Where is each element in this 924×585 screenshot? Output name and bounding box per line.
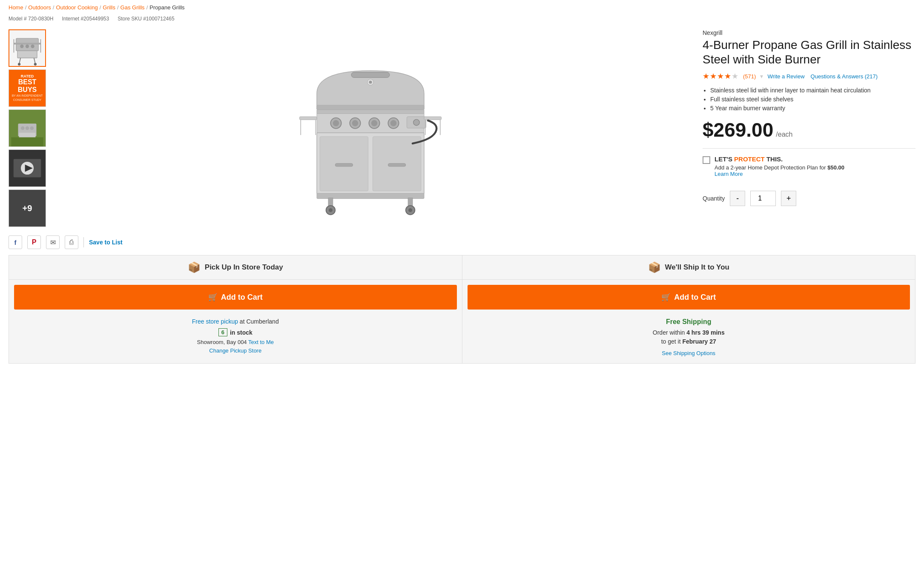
change-store-link[interactable]: Change Pickup Store	[209, 347, 261, 354]
svg-point-56	[408, 208, 412, 212]
svg-point-30	[333, 120, 339, 126]
pickup-box-icon: 📦	[188, 261, 201, 273]
email-icon: ✉	[50, 238, 56, 247]
quantity-row: Quantity - +	[703, 191, 915, 206]
feature-list: Stainless steel lid with inner layer to …	[703, 87, 915, 112]
store-sku: Store SKU #1000712465	[118, 16, 174, 22]
svg-rect-27	[317, 110, 424, 114]
rating-count-link[interactable]: (571)	[743, 73, 756, 80]
quantity-label: Quantity	[703, 195, 725, 202]
breadcrumb-home[interactable]: Home	[9, 4, 23, 11]
rating-row: ★★★★★ (571) ▾ Write a Review Questions &…	[703, 72, 915, 81]
stock-row: 6 in stock	[16, 328, 455, 336]
stock-count-badge: 6	[218, 328, 227, 336]
feature-0: Stainless steel lid with inner layer to …	[710, 87, 915, 94]
free-pickup-text: Free store pickup at Cumberland	[16, 318, 455, 325]
product-title: 4-Burner Propane Gas Grill in Stainless …	[703, 38, 915, 66]
cart-icon-pickup: 🛒	[208, 292, 218, 302]
location-detail: Showroom, Bay 004 Text to Me	[16, 339, 455, 345]
svg-point-36	[390, 120, 396, 126]
save-to-list-link[interactable]: Save to List	[89, 239, 123, 246]
model-info: Model # 720-0830H Internet #205449953 St…	[0, 15, 924, 25]
svg-point-38	[413, 119, 419, 125]
email-share-button[interactable]: ✉	[46, 235, 60, 249]
breadcrumb-current: Propane Grills	[149, 4, 184, 11]
svg-point-5	[34, 63, 37, 66]
thumbnail-outdoor[interactable]	[9, 109, 46, 147]
thumbnail-more[interactable]: +9	[9, 189, 46, 227]
print-button[interactable]: ⎙	[65, 235, 78, 249]
breadcrumb-outdoor-cooking[interactable]: Outdoor Cooking	[56, 4, 98, 11]
thumbnail-video[interactable]	[9, 149, 46, 187]
free-shipping-text: Free Shipping	[469, 318, 909, 326]
protection-section: LET'S PROTECT THIS. Add a 2-year Home De…	[703, 148, 915, 184]
svg-point-16	[26, 126, 29, 130]
product-info-panel: Nexgrill 4-Burner Propane Gas Grill in S…	[694, 29, 915, 227]
pickup-add-to-cart-button[interactable]: 🛒 Add to Cart	[14, 285, 457, 310]
product-main: RATEDBESTBUYSBY AN INDEPENDENTCONSUMER S…	[0, 25, 924, 231]
breadcrumb-outdoors[interactable]: Outdoors	[28, 4, 51, 11]
svg-rect-40	[425, 120, 426, 135]
shipping-add-to-cart-button[interactable]: 🛒 Add to Cart	[468, 285, 910, 310]
main-product-image	[55, 29, 686, 227]
share-row: f P ✉ ⎙ Save to List	[0, 231, 924, 255]
feature-2: 5 Year main burner warranty	[710, 105, 915, 112]
price-row: $269.00 /each	[703, 118, 915, 141]
brand-name: Nexgrill	[703, 29, 915, 36]
svg-rect-41	[440, 120, 441, 135]
svg-point-32	[352, 120, 358, 126]
thumbnail-bestbuys[interactable]: RATEDBESTBUYSBY AN INDEPENDENTCONSUMER S…	[9, 69, 46, 107]
see-shipping-options: See Shipping Options	[469, 350, 909, 356]
svg-rect-44	[315, 120, 316, 135]
ship-order-text: Order within 4 hrs 39 mins to get it Feb…	[469, 328, 909, 346]
shipping-box-icon: 📦	[648, 261, 661, 273]
pickup-header-text: Pick Up In Store Today	[205, 263, 283, 272]
svg-rect-18	[11, 138, 43, 147]
protect-checkbox[interactable]	[703, 156, 710, 164]
cart-icon-shipping: 🛒	[661, 292, 671, 302]
svg-rect-23	[317, 105, 424, 110]
quantity-input[interactable]	[750, 191, 776, 206]
svg-point-34	[371, 120, 377, 126]
svg-point-17	[30, 126, 34, 130]
svg-rect-43	[300, 120, 301, 135]
see-shipping-link[interactable]: See Shipping Options	[662, 350, 715, 356]
svg-point-9	[31, 45, 34, 48]
quantity-plus-button[interactable]: +	[781, 191, 796, 206]
svg-rect-42	[300, 117, 317, 120]
svg-point-15	[21, 126, 25, 130]
breadcrumb: Home / Outdoors / Outdoor Cooking / Gril…	[0, 0, 924, 15]
free-pickup-link[interactable]: Free store pickup	[192, 318, 238, 325]
change-store: Change Pickup Store	[16, 347, 455, 354]
pinterest-icon: P	[32, 238, 37, 246]
thumbnail-0[interactable]	[9, 29, 46, 67]
facebook-icon: f	[14, 239, 17, 246]
svg-point-4	[18, 63, 20, 66]
breadcrumb-grills[interactable]: Grills	[103, 4, 115, 11]
pickup-header: 📦 Pick Up In Store Today	[9, 255, 462, 280]
shipping-column: 📦 We'll Ship It to You 🛒 Add to Cart Fre…	[462, 255, 916, 364]
buy-section: 📦 Pick Up In Store Today 🛒 Add to Cart F…	[0, 255, 924, 364]
svg-rect-49	[388, 163, 405, 166]
pinterest-share-button[interactable]: P	[27, 235, 41, 249]
svg-point-54	[329, 208, 333, 212]
facebook-share-button[interactable]: f	[9, 235, 22, 249]
qa-link[interactable]: Questions & Answers (217)	[811, 73, 878, 80]
write-review-link[interactable]: Write a Review	[767, 73, 804, 80]
price-unit: /each	[776, 131, 792, 138]
shipping-details: Free Shipping Order within 4 hrs 39 mins…	[462, 315, 915, 363]
shipping-header: 📦 We'll Ship It to You	[462, 255, 915, 280]
pickup-details: Free store pickup at Cumberland 6 in sto…	[9, 315, 462, 361]
svg-rect-6	[14, 43, 41, 44]
text-me-link[interactable]: Text to Me	[248, 339, 274, 345]
svg-point-7	[20, 45, 23, 48]
internet-number: Internet #205449953	[62, 16, 109, 22]
svg-rect-24	[351, 72, 390, 78]
svg-rect-39	[424, 117, 442, 120]
in-stock-text: in stock	[230, 329, 253, 336]
print-icon: ⎙	[69, 238, 74, 246]
protect-learn-more[interactable]: Learn More	[715, 171, 743, 177]
quantity-minus-button[interactable]: -	[730, 191, 745, 206]
feature-1: Full stainless steel side shelves	[710, 96, 915, 103]
breadcrumb-gas-grills[interactable]: Gas Grills	[121, 4, 145, 11]
